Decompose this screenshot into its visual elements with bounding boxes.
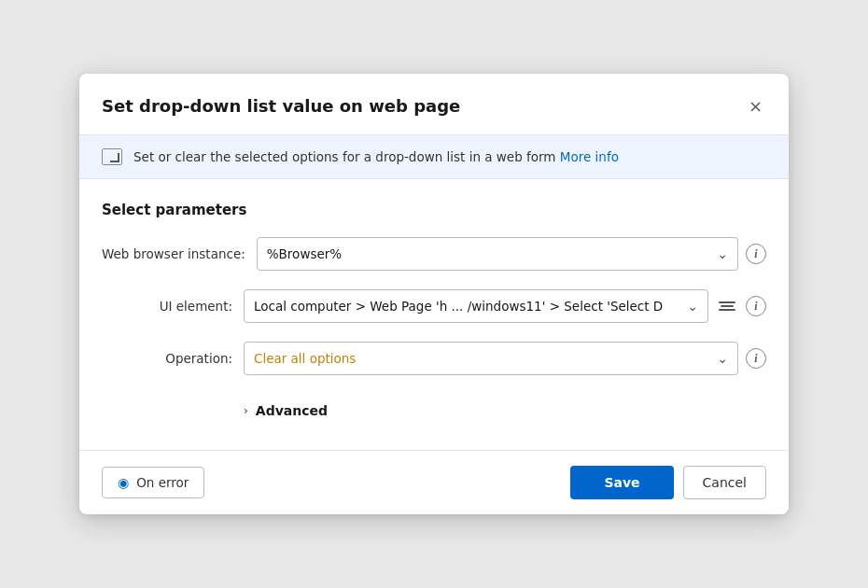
advanced-chevron-right-icon: › (244, 404, 248, 417)
section-title: Select parameters (102, 202, 766, 218)
ui-element-info-icon[interactable]: i (746, 296, 766, 316)
on-error-label: On error (136, 475, 189, 490)
browser-instance-row: Web browser instance: %Browser% ⌄ i (102, 237, 766, 271)
dropdown-icon (102, 148, 122, 165)
close-icon: × (749, 96, 763, 116)
operation-row: Operation: Clear all options ⌄ i (102, 342, 766, 375)
ui-element-control-wrap: Local computer > Web Page 'h ... /window… (244, 289, 766, 323)
operation-control-wrap: Clear all options ⌄ i (244, 342, 766, 375)
dialog-title: Set drop-down list value on web page (102, 96, 460, 116)
advanced-label: Advanced (256, 403, 328, 418)
ui-element-value: Local computer > Web Page 'h ... /window… (254, 299, 681, 314)
dialog-body: Select parameters Web browser instance: … (79, 179, 789, 442)
ui-element-label: UI element: (102, 299, 232, 314)
layers-line-top (719, 301, 735, 303)
more-info-link[interactable]: More info (560, 149, 619, 164)
ui-element-dropdown[interactable]: Local computer > Web Page 'h ... /window… (244, 289, 708, 323)
operation-chevron-down-icon: ⌄ (717, 351, 728, 366)
browser-instance-chevron-down-icon: ⌄ (717, 246, 728, 261)
save-button[interactable]: Save (570, 466, 673, 499)
operation-info-icon[interactable]: i (746, 348, 766, 369)
operation-label: Operation: (102, 351, 232, 366)
ui-element-row: UI element: Local computer > Web Page 'h… (102, 289, 766, 323)
info-banner: Set or clear the selected options for a … (79, 135, 789, 179)
dialog-header: Set drop-down list value on web page × (79, 74, 789, 135)
layers-line-mid (721, 305, 734, 307)
dialog: Set drop-down list value on web page × S… (79, 74, 789, 514)
layers-icon[interactable] (716, 295, 738, 317)
info-banner-text: Set or clear the selected options for a … (133, 149, 619, 164)
browser-instance-control-wrap: %Browser% ⌄ i (257, 237, 766, 271)
close-button[interactable]: × (745, 92, 766, 119)
shield-icon: ◉ (118, 475, 129, 490)
browser-instance-dropdown[interactable]: %Browser% ⌄ (257, 237, 738, 271)
ui-element-chevron-down-icon: ⌄ (687, 299, 698, 314)
layers-line-bot (719, 309, 735, 311)
cancel-button[interactable]: Cancel (683, 466, 766, 499)
browser-instance-value: %Browser% (267, 246, 711, 261)
browser-instance-label: Web browser instance: (102, 246, 245, 261)
dialog-footer: ◉ On error Save Cancel (79, 450, 789, 514)
advanced-section[interactable]: › Advanced (244, 394, 766, 427)
footer-right: Save Cancel (570, 466, 766, 499)
operation-value: Clear all options (254, 351, 711, 366)
info-banner-description: Set or clear the selected options for a … (133, 149, 556, 164)
operation-dropdown[interactable]: Clear all options ⌄ (244, 342, 738, 375)
browser-instance-info-icon[interactable]: i (746, 244, 766, 264)
on-error-button[interactable]: ◉ On error (102, 467, 204, 498)
